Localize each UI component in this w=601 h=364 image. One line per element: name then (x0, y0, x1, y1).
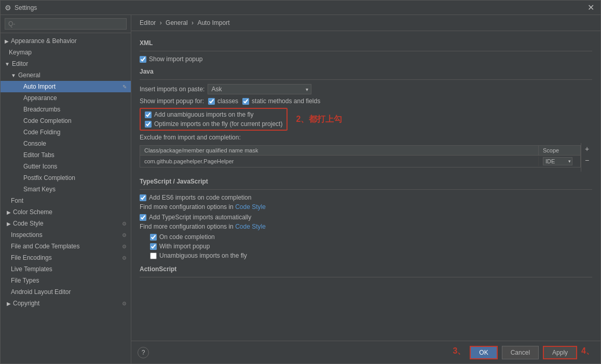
sidebar-label: Smart Keys (23, 186, 56, 193)
ts-with-import-label: With import popup (159, 243, 210, 250)
ok-button[interactable]: OK (470, 346, 497, 359)
annotation-4: 4、 (581, 346, 594, 359)
sidebar-item-appearance[interactable]: Appearance (1, 92, 131, 104)
sidebar-label: Code Completion (23, 117, 72, 124)
sidebar-item-editor[interactable]: ▼ Editor (1, 58, 131, 69)
sidebar-item-color-scheme[interactable]: ▶ Color Scheme (1, 206, 131, 218)
settings-icon: ⚙ (122, 244, 127, 249)
sidebar-label: Keymap (9, 49, 32, 56)
sidebar-label: Editor Tabs (23, 151, 54, 159)
sidebar-item-file-types[interactable]: File Types (1, 275, 131, 286)
sidebar-item-postfix-completion[interactable]: Postfix Completion (1, 172, 131, 184)
java-section-title: Java (140, 68, 592, 75)
sidebar: ▶ Appearance & Behavior Keymap ▼ Editor … (1, 15, 131, 363)
sidebar-item-copyright[interactable]: ▶ Copyright ⚙ (1, 298, 131, 309)
ts-typescript-checkbox-item[interactable]: Add TypeScript imports automatically (140, 214, 592, 221)
static-methods-checkbox-item[interactable]: static methods and fields (242, 97, 320, 105)
ts-code-style-link-1[interactable]: Code Style (235, 203, 266, 211)
sidebar-label: Editor (12, 60, 28, 67)
remove-row-button[interactable]: − (581, 155, 593, 166)
sidebar-item-file-code-templates[interactable]: File and Code Templates ⚙ (1, 241, 131, 252)
search-box (1, 15, 131, 33)
settings-icon: ⚙ (122, 301, 127, 306)
content-area: ▶ Appearance & Behavior Keymap ▼ Editor … (1, 15, 600, 363)
static-methods-checkbox[interactable] (242, 98, 249, 105)
optimize-imports-checkbox-item[interactable]: Optimize imports on the fly (for current… (145, 120, 282, 128)
sidebar-item-file-encodings[interactable]: File Encodings ⚙ (1, 252, 131, 263)
insert-imports-select[interactable]: Ask Always Never (208, 84, 311, 94)
sidebar-item-android-layout-editor[interactable]: Android Layout Editor (1, 286, 131, 298)
actionscript-section-title: ActionScript (140, 265, 592, 273)
sidebar-label: Console (23, 140, 46, 147)
cancel-button[interactable]: Cancel (502, 346, 539, 359)
sidebar-item-code-folding[interactable]: Code Folding (1, 127, 131, 138)
chevron-down-icon: ▼ (5, 61, 10, 67)
help-button[interactable]: ? (138, 347, 149, 358)
add-unambiguous-checkbox[interactable] (145, 111, 152, 118)
sidebar-label: Postfix Completion (23, 174, 75, 181)
sidebar-item-general[interactable]: ▼ General (1, 69, 131, 81)
ts-unambiguous-checkbox-item[interactable]: Unambiguous imports on the fly (150, 252, 592, 259)
sidebar-item-inspections[interactable]: Inspections ⚙ (1, 229, 131, 241)
apply-button[interactable]: Apply (543, 346, 577, 359)
window-title: Settings (15, 4, 37, 11)
sidebar-item-code-completion[interactable]: Code Completion (1, 115, 131, 127)
ts-with-import-checkbox-item[interactable]: With import popup (150, 243, 592, 250)
ts-on-code-checkbox[interactable] (150, 234, 157, 241)
sidebar-item-auto-import[interactable]: Auto Import ✎ (1, 81, 131, 92)
add-unambiguous-checkbox-item[interactable]: Add unambiguous imports on the fly (145, 111, 282, 118)
optimize-imports-checkbox[interactable] (145, 121, 152, 128)
chevron-right-icon: ▶ (5, 38, 9, 44)
sidebar-item-font[interactable]: Font (1, 195, 131, 206)
ts-find-more-1: Find more configuration options in Code … (140, 203, 592, 211)
chevron-right-icon: ▶ (7, 301, 11, 306)
ts-on-code-checkbox-item[interactable]: On code completion (150, 233, 592, 241)
sidebar-label: Font (11, 197, 23, 204)
sidebar-item-keymap[interactable]: Keymap (1, 47, 131, 58)
sidebar-item-gutter-icons[interactable]: Gutter Icons (1, 161, 131, 172)
sidebar-item-editor-tabs[interactable]: Editor Tabs (1, 149, 131, 161)
breadcrumb: Editor › General › Auto Import (131, 15, 600, 31)
table-row[interactable]: com.github.pagehelper.PageHelper IDE Pro… (140, 156, 580, 167)
search-input[interactable] (5, 18, 127, 30)
red-box-checkboxes: Add unambiguous imports on the fly Optim… (140, 108, 288, 131)
ts-typescript-checkbox[interactable] (140, 214, 146, 221)
sidebar-label: File Types (11, 277, 39, 284)
xml-show-import-popup-checkbox[interactable]: Show import popup (140, 55, 202, 63)
classes-checkbox[interactable] (208, 98, 215, 105)
ts-find-more-1-text: Find more configuration options in (140, 203, 234, 211)
settings-icon: ⚙ (122, 255, 127, 261)
exclude-table-wrapper: Class/package/member qualified name mask… (140, 143, 592, 172)
sidebar-item-smart-keys[interactable]: Smart Keys (1, 184, 131, 195)
bottom-bar: ? 3、 OK Cancel Apply 4、 (131, 341, 600, 363)
optimize-imports-label: Optimize imports on the fly (for current… (154, 120, 282, 128)
ts-typescript-label: Add TypeScript imports automatically (149, 214, 251, 221)
bottom-left: ? (138, 347, 149, 358)
ts-es6-checkbox[interactable] (140, 194, 146, 201)
ts-unambiguous-checkbox[interactable] (150, 253, 157, 259)
sidebar-item-code-style[interactable]: ▶ Code Style ⚙ (1, 218, 131, 229)
add-row-button[interactable]: + (581, 143, 593, 155)
sidebar-item-console[interactable]: Console (1, 138, 131, 149)
ts-with-import-checkbox[interactable] (150, 243, 157, 250)
table-header: Class/package/member qualified name mask… (140, 146, 580, 156)
sidebar-item-appearance-behavior[interactable]: ▶ Appearance & Behavior (1, 35, 131, 47)
exclude-table: Class/package/member qualified name mask… (140, 145, 581, 167)
ts-code-style-link-2[interactable]: Code Style (235, 223, 266, 230)
settings-icon: ⚙ (122, 232, 127, 238)
sidebar-item-live-templates[interactable]: Live Templates (1, 263, 131, 275)
sidebar-label: Color Scheme (13, 208, 52, 216)
xml-show-popup-row: Show import popup (140, 55, 592, 63)
xml-show-popup-input[interactable] (140, 56, 146, 63)
sidebar-label: Auto Import (23, 83, 56, 90)
show-popup-label: Show import popup for: (140, 97, 204, 105)
close-button[interactable]: ✕ (585, 3, 596, 12)
settings-panel-content: XML Show import popup Java Insert import… (131, 31, 600, 341)
xml-section-title: XML (140, 39, 592, 47)
main-panel: Editor › General › Auto Import XML Show … (131, 15, 600, 363)
sidebar-item-breadcrumbs[interactable]: Breadcrumbs (1, 104, 131, 115)
scope-select[interactable]: IDE Project (543, 157, 572, 165)
ts-es6-checkbox-item[interactable]: Add ES6 imports on code completion (140, 194, 592, 201)
settings-icon: ⚙ (5, 4, 11, 12)
classes-checkbox-item[interactable]: classes (208, 97, 238, 105)
